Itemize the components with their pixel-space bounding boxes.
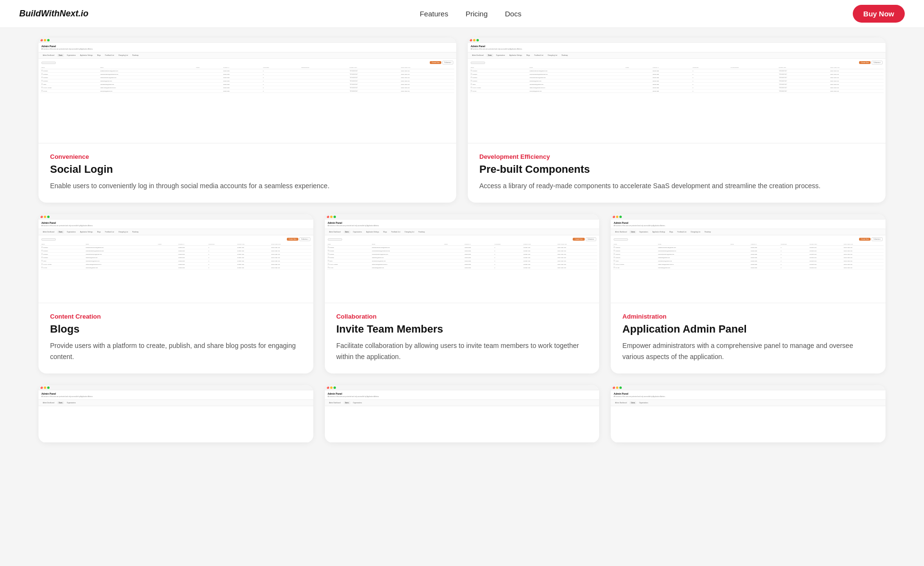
table-row: ☐ Chandraprateekchandra4785@gmail.comInv… bbox=[40, 246, 311, 249]
table-row: ☐ VATSAL SINGHvatsal.2005@peoxia.da.ac.i… bbox=[40, 263, 311, 266]
table-row: ☐ Mr Huohancheng@gmail.comInvalid Date0C… bbox=[613, 266, 884, 270]
feature-image-partial-1: Admin Panel All sections of this area ar… bbox=[38, 385, 313, 443]
window-controls bbox=[38, 38, 456, 43]
feature-card-partial-3: Admin Panel All sections of this area ar… bbox=[611, 385, 886, 443]
navbar-logo: BuildWithNext.io bbox=[19, 9, 89, 19]
window-controls-3 bbox=[38, 214, 313, 219]
nav-features-link[interactable]: Features bbox=[420, 10, 448, 18]
table-row: ☐ Chandra rajpnphai@gmail.com Invalid Da… bbox=[40, 79, 454, 83]
mini-create-user-btn: Create User bbox=[430, 61, 441, 64]
feature-image-blogs: Admin Panel All sections of this area ar… bbox=[38, 214, 313, 303]
feature-content-social-login: Convenience Social Login Enable users to… bbox=[38, 143, 456, 203]
table-row: ☐ VATSAL SINGHvatsal.2005@peoxia.da.ac.i… bbox=[613, 263, 884, 266]
table-row: ☐ Chandrarajpnphai@gmail.comInvalid Date… bbox=[40, 256, 311, 259]
feature-tag-invite: Collaboration bbox=[336, 313, 588, 320]
mini-toolbar: Create User Columns ▾ bbox=[38, 60, 456, 65]
features-section: Admin Panel All sections of this area ar… bbox=[0, 28, 924, 474]
feature-image-partial-3: Admin Panel All sections of this area ar… bbox=[611, 385, 886, 443]
feature-desc-invite: Facilitate collaboration by allowing use… bbox=[336, 340, 588, 362]
feature-title-invite: Invite Team Members bbox=[336, 323, 588, 335]
table-row: ☐ Varunvarunakumar@gmail.comInvalid Date… bbox=[613, 259, 884, 263]
features-row-1: Admin Panel All sections of this area ar… bbox=[38, 38, 886, 203]
mini-table-2: Name Email Admin Created At Confirmed Ph… bbox=[470, 66, 884, 93]
mini-search bbox=[41, 62, 56, 64]
feature-card-invite: Admin Panel All sections of this area ar… bbox=[325, 214, 600, 373]
table-row: ☐ VATSAL SINGHvatsal.2005@peoxia.da.ac.i… bbox=[327, 263, 598, 266]
mini-panel-header: Admin Panel All sections of this area ar… bbox=[38, 43, 456, 52]
table-row: ☐ Chandrachandraprakash@pixelworlds.live… bbox=[40, 249, 311, 253]
feature-card-admin-panel: Admin Panel All sections of this area ar… bbox=[611, 214, 886, 373]
feature-tag-blogs: Content Creation bbox=[50, 313, 302, 320]
table-row: ☐ Chandrachandraprakash@pixelworlds.live… bbox=[327, 249, 598, 253]
nav-pricing-link[interactable]: Pricing bbox=[465, 10, 488, 18]
feature-title-admin-panel: Application Admin Panel bbox=[622, 323, 874, 335]
table-row: ☐ Mr Huo hancheng@gmail.com Invalid Date… bbox=[470, 90, 884, 93]
mini-panel-tabs-2: Admin Dashboard Users Organisations Appl… bbox=[468, 52, 886, 59]
window-maximize-dot-2 bbox=[476, 39, 479, 41]
table-row: ☐ Chandrachandrutracker78@gmail.comInval… bbox=[327, 253, 598, 256]
table-row: ☐ Mr Huo hancheng@gmail.com Invalid Date… bbox=[40, 90, 454, 93]
feature-content-invite: Collaboration Invite Team Members Facili… bbox=[325, 303, 600, 373]
window-maximize-dot bbox=[47, 39, 50, 41]
mini-toolbar-2: Create User Columns ▾ bbox=[468, 60, 886, 65]
buy-now-button[interactable]: Buy Now bbox=[853, 5, 905, 23]
table-row: ☐ Chandra chandrutracker78@gmail.com Inv… bbox=[470, 76, 884, 79]
feature-image-social-login: Admin Panel All sections of this area ar… bbox=[38, 38, 456, 143]
feature-desc-social-login: Enable users to conveniently log in thro… bbox=[50, 180, 445, 191]
table-row: ☐ Varunvarunakumar@gmail.comInvalid Date… bbox=[327, 259, 598, 263]
window-controls-4 bbox=[325, 214, 600, 219]
mini-panel-subtitle: All sections of this area are protected … bbox=[41, 48, 453, 50]
features-row-3: Admin Panel All sections of this area ar… bbox=[38, 385, 886, 443]
nav-docs-link[interactable]: Docs bbox=[505, 10, 521, 18]
mini-panel-header-2: Admin Panel All sections of this area ar… bbox=[468, 43, 886, 52]
navbar-links: Features Pricing Docs bbox=[420, 10, 521, 18]
mini-columns-btn: Columns ▾ bbox=[442, 61, 453, 64]
window-minimize-dot bbox=[44, 39, 46, 41]
mini-tab-blogs: Blogs bbox=[96, 54, 103, 57]
mini-tab-app-settings: Application Settings bbox=[78, 54, 94, 57]
feature-image-admin-panel: Admin Panel All sections of this area ar… bbox=[611, 214, 886, 303]
mini-panel-title: Admin Panel bbox=[41, 45, 453, 48]
table-row: ☐ Chandrachandrutracker78@gmail.comInval… bbox=[613, 253, 884, 256]
table-row: ☐ Chandra rajpnphai@gmail.com Invalid Da… bbox=[470, 79, 884, 83]
table-row: ☐ Chandraprateekchandra4785@gmail.comInv… bbox=[327, 246, 598, 249]
feature-desc-prebuilt: Access a library of ready-made component… bbox=[479, 180, 874, 191]
feature-title-social-login: Social Login bbox=[50, 163, 445, 176]
feature-desc-blogs: Provide users with a platform to create,… bbox=[50, 340, 302, 362]
window-controls-2 bbox=[468, 38, 886, 43]
table-row: ☐ Chandrachandraprakash@pixelworlds.live… bbox=[613, 249, 884, 253]
features-page: Admin Panel All sections of this area ar… bbox=[0, 0, 924, 566]
table-row: ☐ Chandrarajpnphai@gmail.comInvalid Date… bbox=[613, 256, 884, 259]
feature-card-prebuilt: Admin Panel All sections of this area ar… bbox=[468, 38, 886, 203]
window-minimize-dot-2 bbox=[473, 39, 475, 41]
feature-content-prebuilt: Development Efficiency Pre-built Compone… bbox=[468, 143, 886, 203]
table-row: ☐ Chandraprateekchandra4785@gmail.comInv… bbox=[613, 246, 884, 249]
feature-tag-prebuilt: Development Efficiency bbox=[479, 153, 874, 160]
feature-card-blogs: Admin Panel All sections of this area ar… bbox=[38, 214, 313, 373]
mini-tab-changelog: Changelog List bbox=[117, 54, 129, 57]
table-row: ☐ Chandra prateekchandra4785@gmail.com I… bbox=[470, 69, 884, 73]
table-row: ☐ Mr Huohancheng@gmail.comInvalid Date0C… bbox=[327, 266, 598, 270]
table-row: ☐ Mr Huohancheng@gmail.comInvalid Date0C… bbox=[40, 266, 311, 270]
feature-card-partial-2: Admin Panel All sections of this area ar… bbox=[325, 385, 600, 443]
table-row: ☐ VATSAL SINGH vatsal.2005@peoxia.da.ac.… bbox=[40, 86, 454, 90]
feature-content-admin-panel: Administration Application Admin Panel E… bbox=[611, 303, 886, 373]
feature-content-blogs: Content Creation Blogs Provide users wit… bbox=[38, 303, 313, 373]
mini-tab-users: Users bbox=[57, 54, 64, 57]
table-row: ☐ Chandrarajpnphai@gmail.comInvalid Date… bbox=[327, 256, 598, 259]
mini-tab-orgs: Organisations bbox=[65, 54, 77, 57]
table-row: ☐ Varun varunakumar@gmail.com Invalid Da… bbox=[470, 83, 884, 86]
features-row-2: Admin Panel All sections of this area ar… bbox=[38, 214, 886, 373]
feature-title-prebuilt: Pre-built Components bbox=[479, 163, 874, 176]
feature-title-blogs: Blogs bbox=[50, 323, 302, 335]
table-row: ☐ Chandra prateekchandra4785@gmail.com I… bbox=[40, 69, 454, 73]
table-row: ☐ Chandrachandrutracker78@gmail.comInval… bbox=[40, 253, 311, 256]
mini-panel-tabs: Admin Dashboard Users Organisations Appl… bbox=[38, 52, 456, 59]
window-close-dot-2 bbox=[470, 39, 472, 41]
table-row: ☐ Chandra chandraprakash@pixelworlds.liv… bbox=[40, 73, 454, 76]
feature-desc-admin-panel: Empower administrators with a comprehens… bbox=[622, 340, 874, 362]
feature-image-invite: Admin Panel All sections of this area ar… bbox=[325, 214, 600, 303]
table-row: ☐ VATSAL SINGH vatsal.2005@peoxia.da.ac.… bbox=[470, 86, 884, 90]
feature-tag-admin-panel: Administration bbox=[622, 313, 874, 320]
feature-card-partial-1: Admin Panel All sections of this area ar… bbox=[38, 385, 313, 443]
